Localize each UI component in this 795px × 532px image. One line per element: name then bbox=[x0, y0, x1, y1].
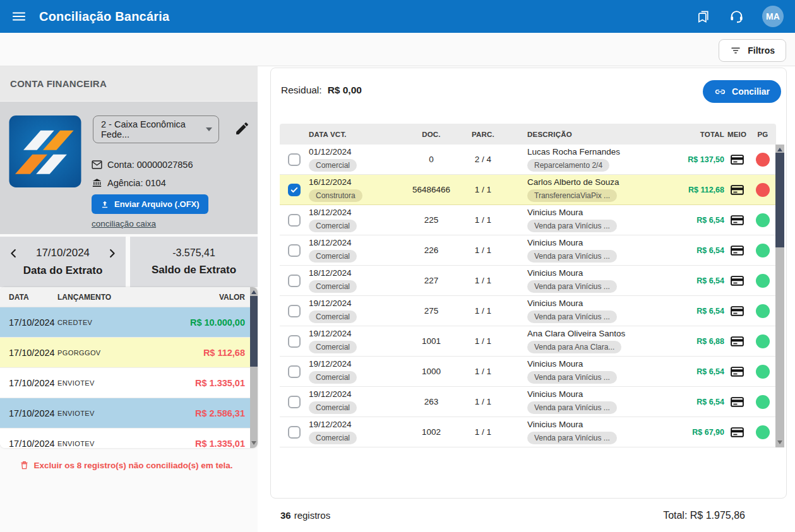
invoice-row[interactable]: 19/12/2024 Comercial 1001 1 / 1 Ana Clar… bbox=[280, 326, 776, 357]
parcel-number: 1 / 1 bbox=[458, 397, 508, 406]
invoice-row[interactable]: 18/12/2024 Comercial 225 1 / 1 Vinicius … bbox=[280, 205, 776, 235]
invoice-row[interactable]: 19/12/2024 Comercial 275 1 / 1 Vinicius … bbox=[280, 296, 776, 326]
scroll-down-icon[interactable] bbox=[250, 439, 258, 447]
statement-row-type: ENVIOTEV bbox=[57, 440, 195, 447]
support-headset-icon[interactable] bbox=[729, 9, 744, 25]
statement-date-label: Data do Extrato bbox=[23, 264, 103, 277]
parcel-number: 1 / 1 bbox=[458, 336, 508, 346]
invoice-row[interactable]: 18/12/2024 Comercial 226 1 / 1 Vinicius … bbox=[280, 235, 776, 266]
statement-row-type: CREDTEV bbox=[57, 319, 190, 326]
row-checkbox[interactable] bbox=[288, 365, 301, 378]
invoice-row[interactable]: 18/12/2024 Comercial 227 1 / 1 Vinicius … bbox=[280, 266, 776, 296]
statement-balance-label: Saldo de Extrato bbox=[152, 264, 236, 276]
due-date: 18/12/2024 bbox=[309, 238, 352, 247]
payment-card-icon bbox=[731, 155, 744, 165]
record-count: 36registros bbox=[280, 510, 330, 521]
invoice-row[interactable]: 01/12/2024 Comercial 0 2 / 4 Lucas Rocha… bbox=[280, 145, 776, 175]
doc-number: 0 bbox=[405, 155, 458, 164]
agency-text: Agência: 0104 bbox=[107, 178, 166, 188]
statement-row-value: R$ 10.000,00 bbox=[190, 317, 258, 328]
due-date: 19/12/2024 bbox=[309, 420, 352, 429]
description-name: Lucas Rocha Fernandes bbox=[527, 147, 620, 157]
description-name: Vinicius Moura bbox=[527, 268, 583, 278]
scroll-up-icon[interactable] bbox=[250, 288, 258, 296]
parcel-number: 1 / 1 bbox=[458, 276, 508, 285]
statement-row-date: 17/10/2024 bbox=[0, 439, 57, 449]
pg-status-dot bbox=[756, 274, 770, 288]
doc-number: 225 bbox=[405, 215, 458, 225]
statement-row-date: 17/10/2024 bbox=[0, 317, 57, 328]
due-date: 18/12/2024 bbox=[309, 268, 352, 278]
company-badge: Comercial bbox=[309, 280, 357, 293]
description-badge: Venda para Vinícius ... bbox=[527, 371, 617, 384]
bank-account-select[interactable]: 2 - Caixa Econômica Fede... bbox=[93, 115, 219, 143]
conciliar-button[interactable]: Conciliar bbox=[703, 80, 781, 103]
due-date: 01/12/2024 bbox=[309, 147, 352, 157]
edit-account-icon[interactable] bbox=[234, 121, 250, 136]
statement-row[interactable]: 17/10/2024 CREDTEV R$ 10.000,00 bbox=[0, 307, 258, 338]
row-checkbox[interactable] bbox=[288, 153, 301, 166]
statement-row[interactable]: 17/10/2024 PGORGGOV R$ 112,68 bbox=[0, 338, 258, 368]
due-date: 18/12/2024 bbox=[309, 208, 352, 217]
statement-scrollbar[interactable] bbox=[250, 287, 258, 448]
description-badge: TransferenciaViaPix ... bbox=[527, 189, 617, 202]
statement-row[interactable]: 17/10/2024 ENVIOTEV R$ 2.586,31 bbox=[0, 398, 258, 429]
invoice-row[interactable]: 19/12/2024 Comercial 263 1 / 1 Vinicius … bbox=[280, 387, 776, 417]
payment-card-icon bbox=[731, 306, 744, 316]
row-checkbox[interactable] bbox=[288, 275, 301, 287]
description-name: Carlos Alberto de Souza bbox=[527, 177, 619, 187]
pg-status-dot bbox=[756, 365, 770, 379]
statement-row-type: ENVIOTEV bbox=[57, 410, 195, 417]
invoices-scrollbar[interactable] bbox=[775, 145, 784, 447]
row-checkbox[interactable] bbox=[288, 214, 301, 227]
menu-icon[interactable] bbox=[11, 9, 27, 24]
scrollbar-thumb[interactable] bbox=[775, 153, 784, 247]
delete-unreconciled-action[interactable]: Excluir os 8 registro(s) não conciliado(… bbox=[0, 460, 253, 470]
row-checkbox[interactable] bbox=[288, 426, 301, 439]
filter-bar: Filtros bbox=[0, 33, 795, 66]
statement-row-date: 17/10/2024 bbox=[0, 378, 57, 388]
statement-row[interactable]: 17/10/2024 ENVIOTEV R$ 1.335,01 bbox=[0, 429, 258, 448]
company-badge: Comercial bbox=[309, 310, 357, 323]
total-value: R$ 67,90 bbox=[685, 428, 724, 437]
total-value: R$ 6,88 bbox=[685, 337, 724, 346]
scroll-down-icon[interactable] bbox=[775, 439, 784, 446]
row-checkbox[interactable] bbox=[288, 335, 301, 348]
statement-row-date: 17/10/2024 bbox=[0, 348, 57, 358]
bookmarks-icon[interactable] bbox=[696, 9, 711, 24]
statement-row[interactable]: 17/10/2024 ENVIOTEV R$ 1.335,01 bbox=[0, 368, 258, 398]
previous-date-icon[interactable] bbox=[8, 247, 20, 259]
parcel-number: 1 / 1 bbox=[458, 245, 508, 255]
statement-summary: 17/10/2024 Data do Extrato -3.575,41 Sal… bbox=[0, 237, 258, 287]
doc-number: 263 bbox=[405, 397, 458, 406]
account-number-text: Conta: 00000027856 bbox=[107, 160, 193, 170]
description-badge: Venda para Vinícius ... bbox=[527, 220, 617, 232]
filters-button[interactable]: Filtros bbox=[719, 39, 786, 62]
total-value: R$ 6,54 bbox=[685, 276, 724, 285]
conciliacao-caixa-link[interactable]: conciliação caixa bbox=[92, 219, 156, 228]
description-name: Vinicius Moura bbox=[527, 238, 583, 247]
account-panel: 2 - Caixa Econômica Fede... Conta: 00000… bbox=[0, 102, 258, 234]
mail-icon bbox=[92, 160, 102, 169]
pg-status-dot bbox=[756, 304, 770, 318]
next-date-icon[interactable] bbox=[106, 247, 118, 259]
invoice-row[interactable]: 16/12/2024 Construtora 56486466 1 / 1 Ca… bbox=[280, 175, 776, 205]
company-badge: Comercial bbox=[309, 250, 357, 263]
invoice-row[interactable]: 19/12/2024 Comercial 1000 1 / 1 Vinicius… bbox=[280, 357, 776, 387]
doc-number: 1001 bbox=[405, 336, 458, 346]
row-checkbox[interactable] bbox=[288, 184, 301, 196]
scrollbar-thumb[interactable] bbox=[250, 296, 258, 367]
upload-ofx-button[interactable]: Enviar Arquivo (.OFX) bbox=[92, 194, 208, 214]
due-date: 19/12/2024 bbox=[309, 359, 352, 369]
row-checkbox[interactable] bbox=[288, 244, 301, 257]
payment-card-icon bbox=[731, 276, 744, 286]
invoices-table-header: DATA VCT. DOC. PARC. DESCRIÇÃO TOTAL MEI… bbox=[280, 124, 776, 145]
doc-number: 227 bbox=[405, 276, 458, 285]
invoice-row[interactable]: 19/12/2024 Comercial 1002 1 / 1 Vinicius… bbox=[280, 417, 776, 447]
description-name: Vinicius Moura bbox=[527, 208, 583, 217]
pg-status-dot bbox=[756, 334, 770, 348]
row-checkbox[interactable] bbox=[288, 396, 301, 408]
row-checkbox[interactable] bbox=[288, 305, 301, 317]
payment-card-icon bbox=[731, 367, 744, 377]
avatar[interactable]: MA bbox=[762, 6, 784, 27]
